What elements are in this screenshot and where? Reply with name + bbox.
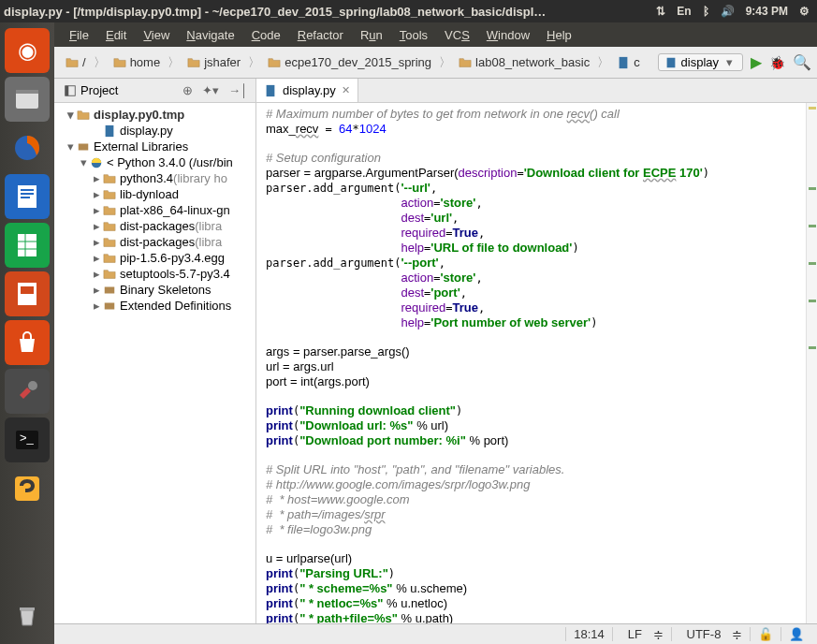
status-line-ending[interactable]: LF ≑ [612,627,671,641]
menu-edit[interactable]: Edit [98,26,134,44]
svg-rect-26 [105,286,115,293]
network-icon[interactable]: ⇅ [656,5,665,18]
run-config-dropdown[interactable]: display▾ [658,53,743,71]
tree-hide-icon[interactable]: →│ [225,83,252,97]
svg-rect-12 [21,286,34,294]
launcher-pycharm[interactable] [5,466,50,511]
menu-navigate[interactable]: Navigate [179,26,241,44]
svg-rect-1 [16,90,38,94]
marker-strip[interactable] [806,103,817,623]
project-tree[interactable]: ▾display.py0.tmp display.py ▾External Li… [54,103,255,623]
crumb-course[interactable]: ecpe170_dev_2015_spring [262,53,437,71]
launcher-calc[interactable] [5,223,50,268]
svg-rect-28 [267,84,275,95]
debug-button[interactable]: 🐞 [769,55,785,70]
tree-collapse-icon[interactable]: ⊕ [179,83,197,97]
svg-rect-18 [620,56,628,67]
navigation-toolbar: /〉 home〉 jshafer〉 ecpe170_dev_2015_sprin… [54,47,817,79]
search-button[interactable]: 🔍 [793,53,811,71]
crumb-file[interactable]: c [611,53,646,71]
run-button[interactable]: ▶ [751,53,762,71]
menubar: File Edit View Navigate Code Refactor Ru… [54,22,817,47]
status-caret-pos[interactable]: 18:14 [565,627,612,641]
menu-code[interactable]: Code [244,26,288,44]
launcher-terminal[interactable]: >_ [5,417,50,462]
svg-rect-21 [66,85,69,95]
svg-rect-23 [79,143,89,150]
menu-help[interactable]: Help [539,26,579,44]
launcher-settings[interactable] [5,369,50,414]
menu-refactor[interactable]: Refactor [290,26,351,44]
status-bar: 18:14 LF ≑ UTF-8 ≑ 🔓 👤 [54,623,817,644]
clock[interactable]: 9:43 PM [746,5,788,18]
launcher-firefox[interactable] [5,125,50,170]
keyboard-lang[interactable]: En [677,5,691,18]
status-hector-icon[interactable]: 👤 [781,627,811,641]
window-title: display.py - [/tmp/display.py0.tmp] - ~/… [4,5,656,19]
status-lock-icon[interactable]: 🔓 [750,627,781,641]
launcher-files[interactable] [5,77,50,122]
menu-run[interactable]: Run [353,26,390,44]
menu-file[interactable]: File [62,26,96,44]
svg-point-13 [28,381,37,390]
svg-rect-5 [21,193,34,195]
tree-settings-icon[interactable]: ✦▾ [198,83,223,97]
bluetooth-icon[interactable]: ᛒ [703,5,709,18]
menu-vcs[interactable]: VCS [437,26,477,44]
crumb-home[interactable]: home [108,53,167,71]
menu-view[interactable]: View [136,26,177,44]
crumb-root[interactable]: / [60,53,92,71]
code-editor[interactable]: # Maximum number of bytes to get from ne… [256,103,817,623]
volume-icon[interactable]: 🔊 [721,5,735,18]
svg-rect-19 [666,57,675,67]
crumb-lab[interactable]: lab08_network_basic [453,53,595,71]
gear-icon[interactable]: ⚙ [799,5,810,18]
svg-rect-17 [20,607,35,610]
menu-window[interactable]: Window [479,26,537,44]
svg-rect-4 [21,189,34,191]
editor-tab-display[interactable]: display.py✕ [256,79,358,102]
svg-rect-6 [21,197,30,198]
project-tool-tab[interactable]: Project [54,80,127,100]
close-tab-icon[interactable]: ✕ [342,84,350,96]
menu-tools[interactable]: Tools [392,26,435,44]
svg-text:>_: >_ [20,431,35,445]
svg-rect-22 [106,124,114,136]
launcher-trash[interactable] [5,593,50,638]
launcher-software[interactable] [5,320,50,365]
launcher-dash[interactable]: ◉ [5,28,50,73]
launcher: ◉ >_ [0,22,54,644]
svg-rect-7 [18,234,36,256]
launcher-impress[interactable] [5,271,50,316]
status-encoding[interactable]: UTF-8 ≑ [671,627,750,641]
launcher-writer[interactable] [5,174,50,219]
svg-rect-27 [105,302,115,309]
crumb-user[interactable]: jshafer [182,53,246,71]
